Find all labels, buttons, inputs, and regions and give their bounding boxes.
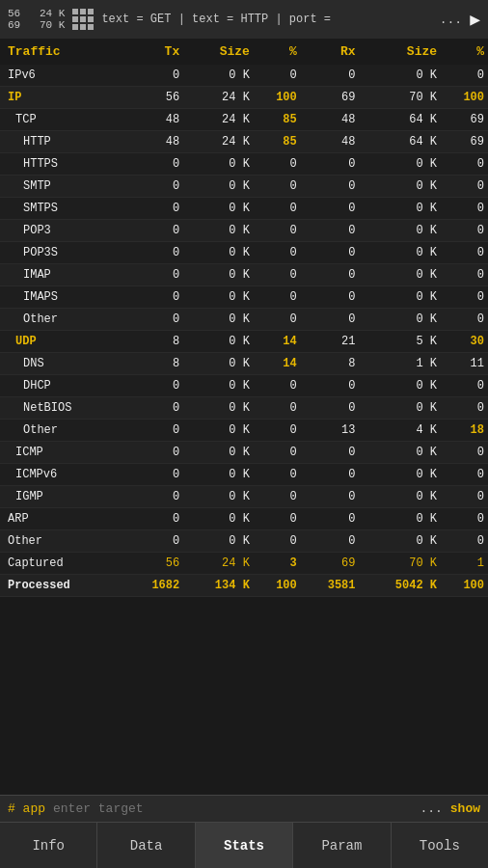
row-tx: 0 [124,530,183,553]
row-p1: 0 [254,286,301,309]
row-sz2: 0 K [360,486,442,508]
row-name: Other [0,309,124,331]
row-name: DNS [0,353,124,375]
row-tx: 0 [124,264,183,286]
row-sz1: 0 K [183,397,254,420]
row-rx: 0 [301,65,360,87]
nav-tabs: InfoDataStatsParamTools [0,822,488,868]
row-sz1: 0 K [183,176,254,198]
row-p1: 14 [254,353,301,375]
row-sz1: 0 K [183,153,254,176]
row-sz1: 0 K [183,464,254,486]
row-tx: 0 [124,508,183,530]
row-sz1: 24 K [183,87,254,109]
row-tx: 0 [124,442,183,464]
col-tx: Tx [124,39,183,65]
row-sz1: 24 K [183,131,254,153]
row-sz1: 0 K [183,220,254,242]
row-name: SMTP [0,176,124,198]
tab-param[interactable]: Param [293,823,391,868]
row-p2: 69 [441,109,488,131]
row-sz2: 0 K [360,286,442,309]
row-tx: 56 [124,87,183,109]
table-row: IP 56 24 K 100 69 70 K 100 [0,87,488,109]
row-name: POP3 [0,220,124,242]
row-sz2: 0 K [360,242,442,264]
table-row: DHCP 0 0 K 0 0 0 K 0 [0,375,488,397]
tab-stats[interactable]: Stats [196,823,293,868]
row-sz2: 5 K [360,331,442,353]
row-rx: 0 [301,508,360,530]
table-row: UDP 8 0 K 14 21 5 K 30 [0,331,488,353]
status-bar: 56 24 K 69 70 K text = GET | text = HTTP… [0,0,488,39]
col-pct2: % [441,39,488,65]
row-p2: 30 [441,331,488,353]
packet-counts: 56 24 K 69 70 K [8,8,65,31]
row-p1: 0 [254,309,301,331]
more-options-icon[interactable]: ... [440,13,462,27]
row-name: ARP [0,508,124,530]
row-sz1: 0 K [183,353,254,375]
row-name: ICMP [0,442,124,464]
row-rx: 0 [301,176,360,198]
row-sz2: 0 K [360,530,442,553]
row-name: NetBIOS [0,397,124,420]
row-rx: 0 [301,464,360,486]
row-name: UDP [0,331,124,353]
table-row: POP3S 0 0 K 0 0 0 K 0 [0,242,488,264]
row-sz2: 0 K [360,309,442,331]
table-row: SMTPS 0 0 K 0 0 0 K 0 [0,198,488,220]
col-size2: Size [360,39,442,65]
row-sz2: 0 K [360,65,442,87]
show-button[interactable]: show [450,801,480,816]
row-sz1: 0 K [183,264,254,286]
row-tx: 0 [124,486,183,508]
tab-info[interactable]: Info [0,823,97,868]
row-p1: 0 [254,464,301,486]
row-tx: 0 [124,397,183,420]
row-name: TCP [0,109,124,131]
row-tx: 0 [124,65,183,87]
col-pct1: % [254,39,301,65]
table-row: ICMPv6 0 0 K 0 0 0 K 0 [0,464,488,486]
table-row: SMTP 0 0 K 0 0 0 K 0 [0,176,488,198]
bottom-more-icon[interactable]: ... [420,801,442,816]
row-tx: 48 [124,109,183,131]
table-row: Other 0 0 K 0 0 0 K 0 [0,309,488,331]
play-button[interactable]: ▶ [470,9,480,30]
table-row: POP3 0 0 K 0 0 0 K 0 [0,220,488,242]
row-p1: 0 [254,442,301,464]
row-sz1: 0 K [183,198,254,220]
row-p1: 0 [254,530,301,553]
row-p1: 0 [254,486,301,508]
table-row: IMAP 0 0 K 0 0 0 K 0 [0,264,488,286]
col-rx: Rx [301,39,360,65]
tab-tools[interactable]: Tools [392,823,488,868]
table-row: TCP 48 24 K 85 48 64 K 69 [0,109,488,131]
row-sz1: 0 K [183,331,254,353]
row-tx: 0 [124,220,183,242]
row-sz1: 0 K [183,486,254,508]
target-input[interactable] [53,801,412,816]
row-p1: 85 [254,131,301,153]
row-rx: 0 [301,198,360,220]
grid-icon[interactable] [72,9,94,30]
row-sz2: 0 K [360,176,442,198]
filter-text[interactable]: text = GET | text = HTTP | port = [101,13,431,26]
tab-data[interactable]: Data [97,823,195,868]
row-p2: 0 [441,65,488,87]
row-rx: 69 [301,87,360,109]
row-tx: 0 [124,309,183,331]
row-name: POP3S [0,242,124,264]
col-traffic: Traffic [0,39,124,65]
table-header: Traffic Tx Size % Rx Size % [0,39,488,65]
row-tx: 0 [124,176,183,198]
row-p2: 0 [441,530,488,553]
table-row: IMAPS 0 0 K 0 0 0 K 0 [0,286,488,309]
row-p2: 0 [441,220,488,242]
row-sz2: 0 K [360,198,442,220]
row-p1: 14 [254,331,301,353]
row-rx: 0 [301,286,360,309]
processed-label: Processed [0,575,124,597]
row-name: IP [0,87,124,109]
